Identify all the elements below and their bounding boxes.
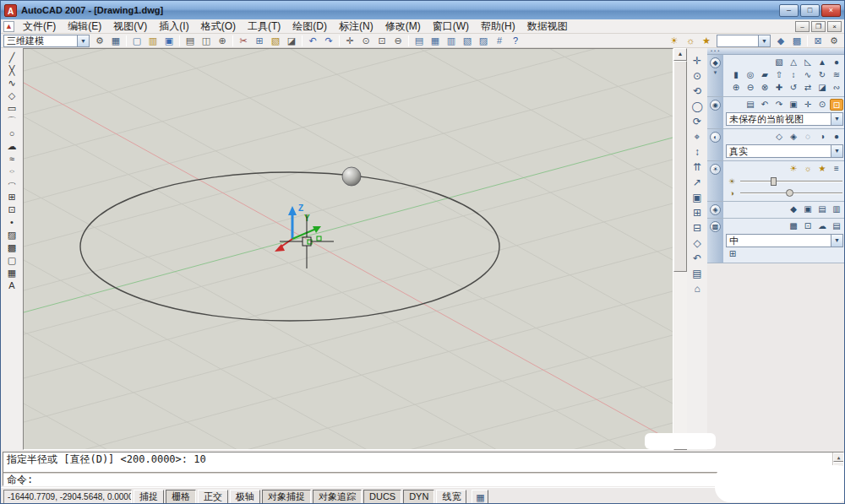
- zoom-previous-icon[interactable]: ⊖: [390, 34, 406, 47]
- apply-material-icon[interactable]: ▣: [801, 203, 815, 215]
- scroll-up-icon[interactable]: ▲: [833, 453, 843, 462]
- pyramid-icon[interactable]: △: [787, 57, 800, 68]
- markup-set-manager-icon[interactable]: ▨: [476, 34, 491, 47]
- menu-draw[interactable]: 绘图(D): [286, 19, 333, 34]
- contrast-slider[interactable]: [740, 192, 842, 194]
- top-view-icon[interactable]: ⊟: [689, 220, 706, 236]
- chevron-down-icon[interactable]: ▼: [831, 113, 842, 125]
- coordinate-readout[interactable]: -16440.7709, -2904.5648, 0.0000: [3, 490, 132, 504]
- grip-point[interactable]: [317, 236, 321, 241]
- contrast-slider-handle[interactable]: [786, 189, 793, 197]
- toggle-lwt[interactable]: 线宽: [436, 490, 466, 504]
- subtract-icon[interactable]: ⊖: [744, 82, 757, 94]
- fly-icon[interactable]: ↗: [689, 175, 706, 190]
- workspace-combo[interactable]: 三维建模 ▼: [3, 35, 90, 47]
- toggle-polar[interactable]: 极轴: [230, 490, 260, 504]
- sheet-set-manager-icon[interactable]: ▧: [460, 34, 475, 47]
- render-output-icon[interactable]: ▤: [830, 220, 843, 232]
- iso-view-icon[interactable]: ◇: [689, 236, 706, 251]
- presspull-icon[interactable]: ↕: [787, 69, 800, 81]
- revision-cloud-icon[interactable]: ☁: [3, 140, 20, 153]
- materials-badge-icon[interactable]: ◈: [710, 204, 721, 215]
- ellipse-icon[interactable]: ○: [3, 168, 20, 175]
- menu-file[interactable]: 文件(F): [17, 19, 62, 34]
- canvas-scrollbar[interactable]: ▲ ▼: [673, 48, 687, 450]
- maximize-button[interactable]: □: [800, 4, 820, 17]
- mtext-icon[interactable]: A: [3, 279, 20, 292]
- render-window-icon[interactable]: ⊞: [726, 248, 739, 260]
- table-icon[interactable]: ▦: [3, 267, 20, 279]
- 3d-hidden-icon[interactable]: ◌: [801, 131, 815, 143]
- 3d-align-icon[interactable]: ⇄: [801, 82, 815, 94]
- rectangle-icon[interactable]: ▭: [3, 102, 20, 115]
- chevron-down-icon[interactable]: ▼: [713, 70, 718, 75]
- polyline-icon[interactable]: ∿: [3, 77, 20, 89]
- realistic-icon[interactable]: ●: [830, 131, 843, 143]
- materials-window-icon[interactable]: ◆: [787, 203, 800, 215]
- redo-icon[interactable]: ↷: [321, 34, 336, 47]
- spotlight-icon[interactable]: ★: [699, 34, 714, 47]
- circle-icon[interactable]: ○: [3, 127, 20, 140]
- chevron-down-icon[interactable]: ▼: [831, 145, 842, 157]
- brightness-slider[interactable]: [740, 181, 842, 182]
- menu-insert[interactable]: 插入(I): [153, 19, 194, 34]
- circle-entity[interactable]: [80, 172, 499, 321]
- view-back-icon[interactable]: ↶: [758, 99, 771, 111]
- line-icon[interactable]: ╱: [3, 51, 20, 64]
- ellipse-arc-icon[interactable]: ◠: [3, 181, 20, 187]
- toggle-dyn[interactable]: DYN: [403, 490, 434, 504]
- previous-view-icon[interactable]: ↶: [689, 251, 706, 266]
- minimize-button[interactable]: –: [779, 4, 799, 17]
- pan-view-icon[interactable]: ✛: [801, 99, 815, 111]
- create-camera-icon[interactable]: ▣: [787, 99, 800, 111]
- view-forward-icon[interactable]: ↷: [772, 99, 786, 111]
- dashboard-grip[interactable]: •••: [707, 48, 845, 55]
- torus-icon[interactable]: ◎: [744, 69, 757, 81]
- plot-icon[interactable]: ▤: [183, 34, 198, 47]
- helix-icon[interactable]: ∾: [830, 82, 843, 94]
- ucs-display-icon[interactable]: ⌂: [689, 281, 706, 296]
- menu-window[interactable]: 窗口(W): [427, 19, 475, 34]
- render-window-icon[interactable]: ⊠: [810, 34, 826, 47]
- 3d-rotate-icon[interactable]: ↺: [787, 82, 800, 94]
- toggle-grid[interactable]: 栅格: [166, 490, 196, 504]
- doc-restore-button[interactable]: ❐: [811, 21, 826, 32]
- menu-help[interactable]: 帮助(H): [475, 19, 521, 34]
- region-icon[interactable]: ▢: [3, 254, 20, 267]
- tool-palettes-icon[interactable]: ▥: [444, 34, 459, 47]
- sun-properties-icon[interactable]: ☀: [667, 34, 682, 47]
- point-light-icon[interactable]: ☼: [683, 34, 698, 47]
- planar-mapping-icon[interactable]: ▤: [815, 203, 829, 215]
- conceptual-icon[interactable]: ◑: [815, 131, 829, 143]
- intersect-icon[interactable]: ⊗: [758, 82, 771, 94]
- extrude-icon[interactable]: ⇧: [772, 69, 786, 81]
- menu-tools[interactable]: 工具(T): [242, 19, 286, 34]
- zoom-realtime-icon[interactable]: ⊙: [358, 34, 373, 47]
- named-view-combo[interactable]: 未保存的当前视图 ▼: [726, 112, 843, 126]
- quickcalc-icon[interactable]: #: [492, 34, 507, 47]
- 3d-move-icon[interactable]: ✚: [772, 82, 786, 94]
- union-icon[interactable]: ⊕: [729, 82, 743, 94]
- copy-icon[interactable]: ⊞: [252, 34, 267, 47]
- menu-view[interactable]: 视图(V): [107, 19, 153, 34]
- render-panel-icon[interactable]: ▩: [787, 220, 800, 232]
- scroll-up-icon[interactable]: ▲: [673, 48, 687, 61]
- make-block-icon[interactable]: ⊡: [3, 203, 20, 216]
- revolve-icon[interactable]: ↻: [815, 69, 829, 81]
- visual-style-combo[interactable]: 真实 ▼: [726, 144, 843, 158]
- polygon-icon[interactable]: ◇: [3, 89, 20, 102]
- chevron-down-icon[interactable]: ▼: [758, 35, 770, 46]
- front-view-icon[interactable]: ⊞: [689, 205, 706, 220]
- insert-block-icon[interactable]: ⊞: [3, 191, 20, 203]
- doc-minimize-button[interactable]: –: [795, 21, 810, 32]
- pan-icon[interactable]: ✛: [342, 34, 357, 47]
- arc-icon[interactable]: ⌒: [3, 115, 20, 127]
- plot-preview-icon[interactable]: ◫: [199, 34, 214, 47]
- scrollbar-thumb[interactable]: [673, 61, 687, 272]
- named-views-icon[interactable]: ▤: [689, 266, 706, 281]
- toggle-osnap[interactable]: 对象捕捉: [262, 490, 311, 504]
- wedge-icon[interactable]: ◺: [801, 57, 815, 68]
- point-icon[interactable]: •: [3, 216, 20, 229]
- toggle-otrack[interactable]: 对象追踪: [313, 490, 362, 504]
- undo-icon[interactable]: ↶: [305, 34, 320, 47]
